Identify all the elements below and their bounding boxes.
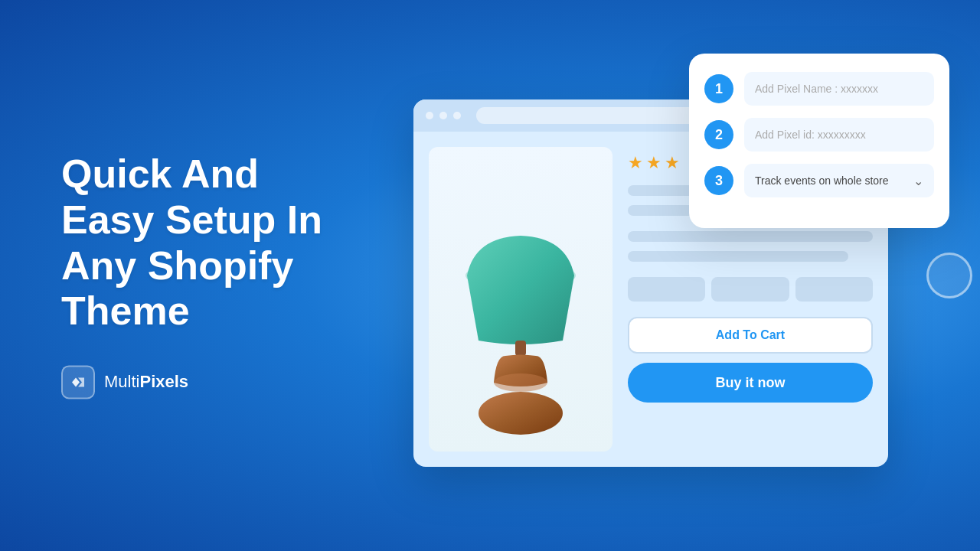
brand-name: MultiPixels [104,373,188,393]
setup-card: 1 Add Pixel Name : xxxxxxx 2 Add Pixel i… [689,54,949,228]
setup-step-3: 3 Track events on whole store ⌄ [704,164,934,197]
variant-3 [795,277,873,302]
variant-1 [628,277,705,302]
svg-point-2 [479,392,563,435]
left-section: Quick And Easy Setup In Any Shopify Them… [61,152,322,399]
browser-dot-1 [426,112,433,119]
step-number-2: 2 [704,120,733,149]
star-3: ★ [665,153,680,173]
product-desc-placeholder-2 [628,251,848,262]
browser-dot-3 [453,112,461,119]
lamp-illustration [429,230,612,452]
brand-icon [61,366,95,399]
pixel-id-input[interactable]: Add Pixel id: xxxxxxxxx [744,118,934,152]
svg-rect-1 [515,341,526,356]
buy-now-button[interactable]: Buy it now [628,363,873,403]
variant-buttons [628,277,873,302]
step-number-1: 1 [704,74,733,103]
setup-step-1: 1 Add Pixel Name : xxxxxxx [704,72,934,106]
headline: Quick And Easy Setup In Any Shopify Them… [61,152,322,334]
product-desc-placeholder-1 [628,231,873,242]
svg-point-3 [494,373,547,392]
add-to-cart-button[interactable]: Add To Cart [628,317,873,354]
brand-logo-icon [68,373,88,393]
star-1: ★ [628,153,643,173]
lamp-svg [452,230,590,444]
chevron-down-icon: ⌄ [913,174,923,188]
step-number-3: 3 [704,166,733,195]
setup-step-2: 2 Add Pixel id: xxxxxxxxx [704,118,934,152]
decorative-circle [926,253,972,298]
track-events-dropdown[interactable]: Track events on whole store ⌄ [744,164,934,197]
star-2: ★ [646,153,662,173]
variant-2 [711,277,789,302]
pixel-name-input[interactable]: Add Pixel Name : xxxxxxx [744,72,934,106]
right-section: ★ ★ ★ Add To Cart Buy it now [398,54,949,497]
brand-bar: MultiPixels [61,366,322,399]
browser-dot-2 [439,112,447,119]
product-image-box [429,147,612,452]
